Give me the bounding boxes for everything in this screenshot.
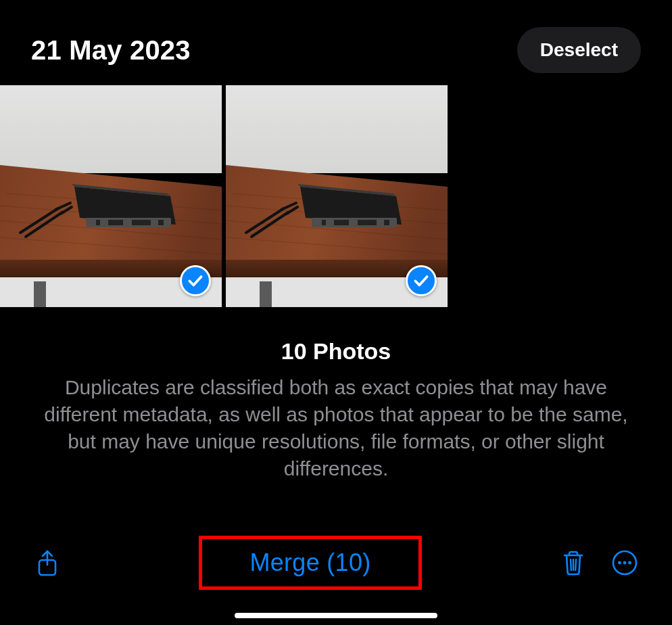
svg-rect-12 [96, 220, 100, 225]
bottom-toolbar: Merge (10) [0, 524, 672, 625]
svg-line-43 [575, 559, 576, 570]
trash-icon [560, 549, 587, 576]
svg-point-47 [628, 561, 631, 565]
svg-rect-14 [132, 220, 151, 225]
svg-rect-13 [108, 220, 123, 225]
merge-button[interactable]: Merge (10) [249, 549, 370, 577]
svg-rect-35 [384, 220, 389, 225]
svg-rect-33 [334, 220, 349, 225]
svg-rect-28 [260, 281, 272, 307]
home-indicator[interactable] [235, 613, 437, 618]
share-button[interactable] [31, 547, 64, 579]
svg-line-41 [571, 559, 571, 570]
selected-check-icon [406, 265, 437, 296]
ellipsis-circle-icon [611, 549, 638, 576]
more-button[interactable] [608, 547, 641, 579]
date-heading: 21 May 2023 [31, 35, 191, 66]
svg-rect-8 [34, 281, 46, 307]
photo-thumbnail[interactable] [0, 85, 222, 307]
svg-point-45 [618, 561, 621, 565]
svg-rect-32 [322, 220, 326, 225]
deselect-button[interactable]: Deselect [517, 27, 641, 73]
merge-highlight-annotation: Merge (10) [199, 536, 421, 590]
svg-point-46 [623, 561, 627, 565]
delete-button[interactable] [557, 547, 590, 579]
selected-check-icon [180, 265, 211, 296]
svg-rect-20 [226, 85, 448, 173]
svg-rect-0 [0, 85, 222, 173]
photo-thumbnail[interactable] [226, 85, 448, 307]
svg-rect-15 [158, 220, 164, 225]
share-icon [34, 549, 61, 576]
photo-count-label: 10 Photos [31, 338, 641, 365]
duplicates-description: Duplicates are classified both as exact … [32, 374, 640, 482]
svg-rect-34 [358, 220, 377, 225]
photo-grid [0, 85, 672, 307]
